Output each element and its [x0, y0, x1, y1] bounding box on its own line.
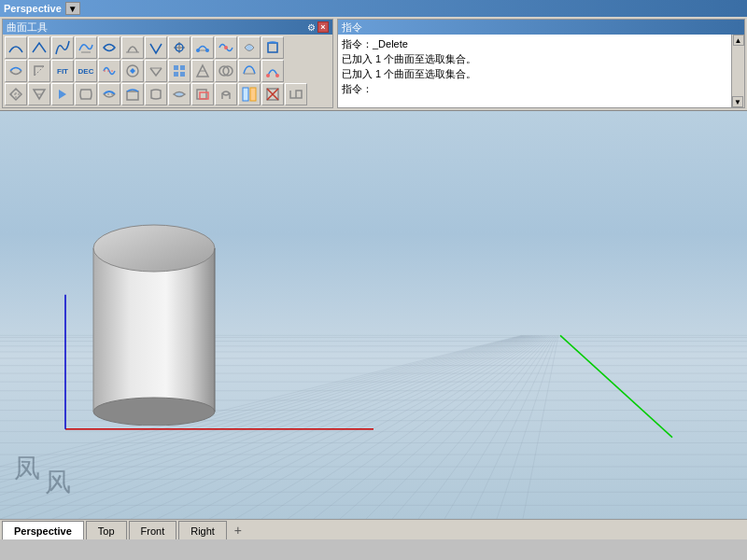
command-output: 指令：_Delete 已加入 1 个曲面至选取集合。 已加入 1 个曲面至选取集…: [338, 35, 744, 107]
tb-btn-29[interactable]: [98, 83, 120, 105]
curve-tools-close-button[interactable]: ×: [317, 21, 329, 33]
tb-btn-18[interactable]: [121, 60, 144, 82]
svg-rect-13: [127, 91, 138, 100]
tb-btn-25[interactable]: [5, 83, 27, 105]
toolbar-row-1: [5, 36, 331, 59]
tb-btn-13[interactable]: [5, 60, 27, 82]
title-label: Perspective: [4, 3, 62, 14]
curve-tools-settings-icon[interactable]: ⚙: [307, 22, 316, 33]
tb-btn-24[interactable]: [261, 60, 284, 82]
tb-btn-23[interactable]: [238, 60, 261, 82]
cmd-line-2: 已加入 1 个曲面至选取集合。: [342, 51, 740, 66]
svg-point-21: [93, 398, 215, 426]
tb-btn-20[interactable]: [168, 60, 190, 82]
tb-btn-14[interactable]: [28, 60, 50, 82]
cmd-line-1: 指令：_Delete: [342, 36, 740, 51]
svg-rect-16: [243, 88, 248, 101]
toolbar-rows: FIT DEC: [3, 35, 332, 107]
curve-tools-title: 曲面工具: [7, 21, 48, 35]
svg-rect-19: [93, 248, 215, 412]
command-title: 指令: [342, 21, 362, 33]
tb-btn-21[interactable]: [191, 60, 214, 82]
svg-text:凤: 凤: [14, 454, 40, 483]
svg-rect-6: [180, 65, 185, 70]
tab-add-button[interactable]: +: [229, 521, 247, 539]
tb-btn-37[interactable]: [285, 83, 307, 105]
tb-btn-7[interactable]: [145, 36, 167, 59]
svg-rect-14: [197, 90, 206, 99]
tb-btn-11[interactable]: [238, 36, 261, 59]
toolbar-row-3: [5, 83, 331, 105]
svg-text:风: 风: [45, 468, 71, 497]
toolbar-row-2: FIT DEC: [5, 60, 331, 82]
command-panel: 指令 指令：_Delete 已加入 1 个曲面至选取集合。 已加入 1 个曲面至…: [337, 19, 745, 108]
tb-btn-28[interactable]: [75, 83, 97, 105]
tb-btn-34[interactable]: [215, 83, 237, 105]
command-header: 指令: [338, 20, 744, 35]
tb-btn-26[interactable]: [28, 83, 50, 105]
cylinder-3d: [84, 211, 224, 426]
tb-btn-5[interactable]: [98, 36, 120, 59]
viewport[interactable]: 凤 风: [0, 111, 747, 519]
svg-point-11: [266, 74, 270, 77]
tab-front[interactable]: Front: [129, 521, 177, 539]
svg-point-3: [224, 46, 228, 49]
tb-btn-35[interactable]: [238, 83, 261, 105]
tb-btn-1[interactable]: [5, 36, 27, 59]
title-dropdown[interactable]: ▼: [65, 2, 80, 15]
tb-btn-6[interactable]: [121, 36, 144, 59]
tb-btn-31[interactable]: [145, 83, 167, 105]
curve-tools-header: 曲面工具 ⚙ ×: [3, 20, 332, 35]
tb-btn-27[interactable]: [51, 83, 74, 105]
tab-right[interactable]: Right: [178, 521, 227, 539]
tb-btn-16[interactable]: DEC: [75, 60, 97, 82]
cmd-scrollbar[interactable]: ▲ ▼: [731, 35, 744, 107]
tab-bar: Perspective Top Front Right +: [0, 519, 747, 539]
svg-rect-5: [174, 65, 178, 70]
tb-btn-22[interactable]: [215, 60, 237, 82]
tb-btn-9[interactable]: [191, 36, 214, 59]
tab-perspective[interactable]: Perspective: [2, 521, 84, 539]
compass-indicator: 凤 风: [9, 444, 84, 500]
main-area: 曲面工具 ⚙ ×: [0, 17, 747, 539]
svg-point-2: [205, 49, 209, 52]
tb-btn-17[interactable]: [98, 60, 120, 82]
tb-btn-10[interactable]: [215, 36, 237, 59]
cmd-line-4: 指令：: [342, 81, 740, 96]
title-bar: Perspective ▼: [0, 0, 747, 17]
svg-rect-8: [180, 72, 185, 77]
tb-btn-32[interactable]: [168, 83, 190, 105]
tb-btn-19[interactable]: [145, 60, 167, 82]
tab-top[interactable]: Top: [86, 521, 127, 539]
tb-btn-3[interactable]: [51, 36, 74, 59]
cmd-line-3: 已加入 1 个曲面至选取集合。: [342, 66, 740, 81]
tb-btn-4[interactable]: [75, 36, 97, 59]
tb-btn-8[interactable]: [168, 36, 190, 59]
tb-btn-12[interactable]: [261, 36, 284, 59]
tb-btn-2[interactable]: [28, 36, 50, 59]
svg-rect-7: [174, 72, 178, 77]
tb-btn-15[interactable]: FIT: [51, 60, 74, 82]
curve-tools-panel: 曲面工具 ⚙ ×: [2, 19, 333, 108]
tb-btn-33[interactable]: [191, 83, 214, 105]
svg-point-1: [196, 49, 200, 52]
tb-btn-36[interactable]: [261, 83, 284, 105]
tb-btn-30[interactable]: [121, 83, 144, 105]
svg-rect-17: [250, 88, 256, 101]
toolbar-area: 曲面工具 ⚙ ×: [0, 17, 747, 111]
svg-point-20: [93, 225, 215, 272]
svg-point-12: [275, 74, 279, 77]
